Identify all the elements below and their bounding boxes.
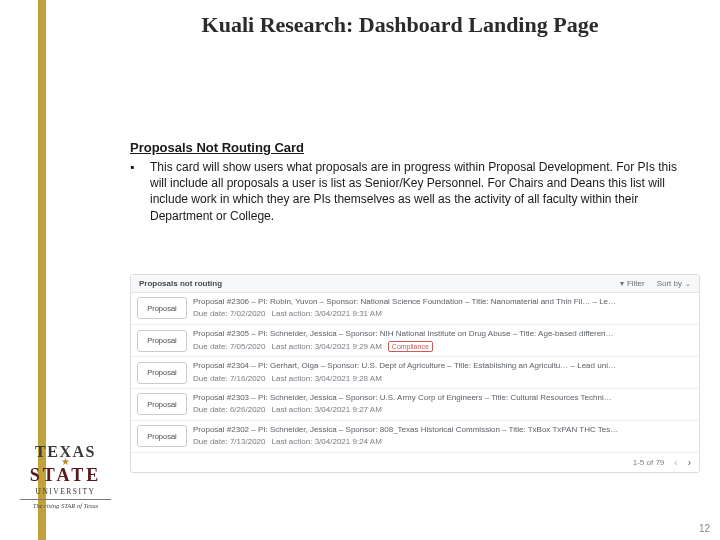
bullet-text: This card will show users what proposals… [150,159,690,224]
sort-label: Sort by [657,279,682,288]
filter-label: Filter [627,279,645,288]
proposal-row: Proposal Proposal #2305 – PI: Schneider,… [131,325,699,357]
chevron-down-icon: ⌄ [685,280,691,288]
filter-icon: ▾ [620,279,624,288]
proposal-open-button[interactable]: Proposal [137,297,187,319]
sort-button[interactable]: Sort by ⌄ [657,279,691,288]
logo-divider [20,499,111,500]
proposal-summary: Proposal #2304 – PI: Gerhart, Olga – Spo… [193,361,695,371]
proposal-last-action: Last action: 3/04/2021 9:28 AM [272,374,382,384]
proposal-row: Proposal Proposal #2302 – PI: Schneider,… [131,421,699,453]
filter-button[interactable]: ▾ Filter [620,279,645,288]
proposal-summary: Proposal #2305 – PI: Schneider, Jessica … [193,329,695,339]
proposal-due-date: Due date: 7/16/2020 [193,374,266,384]
proposal-open-button[interactable]: Proposal [137,393,187,415]
proposal-summary: Proposal #2302 – PI: Schneider, Jessica … [193,425,695,435]
proposal-due-date: Due date: 6/26/2020 [193,405,266,415]
proposal-last-action: Last action: 3/04/2021 9:31 AM [272,309,382,319]
proposal-open-button[interactable]: Proposal [137,425,187,447]
proposal-row: Proposal Proposal #2303 – PI: Schneider,… [131,389,699,421]
logo-tagline: The rising STAR of Texas [18,502,113,509]
pager-next-icon[interactable]: › [688,457,691,468]
slide-title: Kuali Research: Dashboard Landing Page [130,12,670,38]
proposal-summary: Proposal #2303 – PI: Schneider, Jessica … [193,393,695,403]
proposal-due-date: Due date: 7/02/2020 [193,309,266,319]
proposal-due-date: Due date: 7/05/2020 [193,342,266,352]
section-heading: Proposals Not Routing Card [130,140,690,155]
proposal-last-action: Last action: 3/04/2021 9:24 AM [272,437,382,447]
texas-state-logo: TEXAS ★ STATE UNIVERSITY The rising STAR… [18,444,113,509]
proposal-last-action: Last action: 3/04/2021 9:29 AM [272,342,382,352]
bullet-item: ▪ This card will show users what proposa… [130,159,690,224]
bullet-marker: ▪ [130,159,150,224]
proposals-not-routing-card: Proposals not routing ▾ Filter Sort by ⌄… [130,274,700,473]
card-footer: 1-5 of 79 ‹ › [131,453,699,472]
proposal-open-button[interactable]: Proposal [137,362,187,384]
logo-university: UNIVERSITY [18,487,113,496]
proposal-row: Proposal Proposal #2306 – PI: Robin, Yuv… [131,293,699,325]
compliance-badge: Compliance [388,341,433,352]
card-title: Proposals not routing [139,279,222,288]
pager-prev-icon[interactable]: ‹ [674,457,677,468]
content-block: Proposals Not Routing Card ▪ This card w… [130,140,690,224]
page-number: 12 [699,523,710,534]
proposal-row: Proposal Proposal #2304 – PI: Gerhart, O… [131,357,699,389]
proposal-last-action: Last action: 3/04/2021 9:27 AM [272,405,382,415]
proposal-due-date: Due date: 7/13/2020 [193,437,266,447]
proposal-summary: Proposal #2306 – PI: Robin, Yuvon – Spon… [193,297,695,307]
logo-state: STATE [18,465,113,486]
pagination-text: 1-5 of 79 [633,458,665,467]
proposal-open-button[interactable]: Proposal [137,330,187,352]
card-header: Proposals not routing ▾ Filter Sort by ⌄ [131,275,699,293]
